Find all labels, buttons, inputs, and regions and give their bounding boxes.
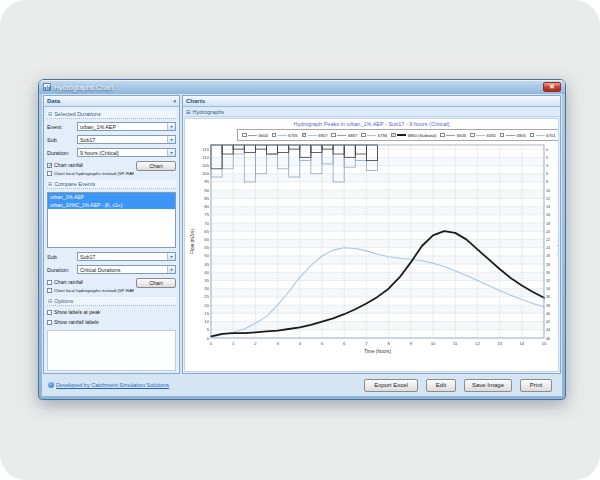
dropdown-arrow-icon[interactable]: ▾ xyxy=(167,253,175,260)
y2-axis-tick: 16 xyxy=(546,213,550,217)
compare-chart-rainfall-row[interactable]: Chart rainfall xyxy=(47,279,134,285)
dropdown-arrow-icon[interactable]: ▾ xyxy=(167,136,175,143)
rainfall-subtotal-bar xyxy=(300,145,311,157)
rainfall-subtotal-bar xyxy=(244,145,255,152)
compare-chart-button[interactable]: Chart xyxy=(136,278,176,288)
show-rainfall-labels-label: Show rainfall labels xyxy=(54,319,99,325)
show-rainfall-labels-row[interactable]: Show rainfall labels xyxy=(47,319,176,325)
x-axis-tick: 8 xyxy=(387,341,390,346)
compare-event-item[interactable]: urban_10%C_1% AEP - (K, c1+) xyxy=(48,201,175,209)
duration-label: Duration: xyxy=(47,150,75,156)
collapse-icon[interactable]: ⊟ xyxy=(186,109,191,115)
sub-select[interactable]: Sub17 ▾ xyxy=(77,135,176,144)
legend-checkbox[interactable] xyxy=(530,133,535,138)
charts-panel-header[interactable]: Charts xyxy=(183,96,560,107)
collapse-icon[interactable]: ⊟ xyxy=(48,298,52,304)
legend-label: 6907 xyxy=(318,133,327,138)
show-labels-at-peak-label: Show labels at peak xyxy=(54,309,100,315)
legend-checkbox[interactable] xyxy=(361,133,366,138)
y2-axis-tick: 32 xyxy=(546,279,550,283)
y-axis-tick: 115 xyxy=(202,147,209,152)
legend-checkbox[interactable] xyxy=(302,133,307,138)
compare-duration-select[interactable]: Critical Durations ▾ xyxy=(77,265,176,274)
show-labels-at-peak-row[interactable]: Show labels at peak xyxy=(47,309,176,315)
duration-select[interactable]: 9 hours (Critical) ▾ xyxy=(77,148,176,157)
compare-duration-label: Duration: xyxy=(47,267,75,273)
y2-axis-tick: 44 xyxy=(546,328,550,332)
legend-label: 6905 xyxy=(516,133,525,138)
sub-row: Sub Sub17 ▾ xyxy=(47,135,176,144)
chart-legend: 660467056907686767946860 (Subtotal)65056… xyxy=(237,129,559,141)
legend-item: 6505 xyxy=(440,133,466,138)
chevron-down-icon[interactable]: ▾ xyxy=(173,98,176,104)
legend-line-sample xyxy=(337,135,346,136)
selected-durations-group-header[interactable]: ⊟ Selected Durations xyxy=(47,110,176,119)
show-rainfall-labels-checkbox[interactable] xyxy=(47,320,52,325)
compare-event-item[interactable]: urban_1% AEP xyxy=(48,193,175,201)
window-titlebar[interactable]: Hydrographs Chart ✕ xyxy=(39,80,565,94)
close-button[interactable]: ✕ xyxy=(543,82,561,92)
collapse-icon[interactable]: ⊟ xyxy=(48,111,52,117)
legend-checkbox[interactable] xyxy=(242,133,247,138)
y-axis-tick: 100 xyxy=(202,171,210,176)
compare-events-listbox[interactable]: urban_1% AEPurban_10%C_1% AEP - (K, c1+) xyxy=(47,192,176,248)
y2-axis-label: Rainfall (mm) xyxy=(557,227,559,256)
dropdown-arrow-icon[interactable]: ▾ xyxy=(167,123,175,130)
edit-button[interactable]: Edit xyxy=(426,379,456,392)
chart-rainfall-checkbox-row[interactable]: Chart rainfall xyxy=(47,162,134,168)
compare-sub-select[interactable]: Sub17 ▾ xyxy=(77,252,176,261)
dropdown-arrow-icon[interactable]: ▾ xyxy=(167,149,175,156)
x-axis-tick: 5 xyxy=(321,341,324,346)
chart-rainfall-checkbox[interactable] xyxy=(47,163,52,168)
legend-checkbox[interactable] xyxy=(331,133,336,138)
footer-buttons: Export ExcelEditSave ImagePrint xyxy=(364,379,552,392)
plot-band xyxy=(211,272,544,280)
export-excel-button[interactable]: Export Excel xyxy=(364,379,418,392)
y-axis-tick: 0 xyxy=(207,336,210,341)
x-axis-tick: 12 xyxy=(475,341,480,346)
collapse-icon[interactable]: ⊟ xyxy=(48,181,52,187)
x-axis-tick: 2 xyxy=(254,341,257,346)
event-row: Event: urban_1% AEP ▾ xyxy=(47,122,176,131)
chart-local-checkbox-row[interactable]: Chart local hydrographs instead (SP-RAFT… xyxy=(47,170,134,176)
legend-checkbox[interactable] xyxy=(272,133,277,138)
footer-bar: Developed by Catchment Simulation Soluti… xyxy=(42,374,562,396)
y2-axis-tick: 8 xyxy=(546,180,548,184)
rainfall-subtotal-bar xyxy=(278,145,289,152)
legend-checkbox[interactable] xyxy=(440,133,445,138)
y-axis-label: Flow (m3/s) xyxy=(190,229,195,254)
rainfall-subtotal-bar xyxy=(289,145,300,149)
charts-panel: Charts ⊟ Hydrographs Hydrograph Peaks in… xyxy=(182,95,561,374)
legend-checkbox[interactable] xyxy=(470,133,475,138)
data-panel-header[interactable]: Data ▾ xyxy=(44,96,179,107)
chart-button[interactable]: Chart xyxy=(136,161,176,171)
event-select[interactable]: urban_1% AEP ▾ xyxy=(77,122,176,131)
sub-label: Sub xyxy=(47,137,75,143)
options-group-header[interactable]: ⊟ Options xyxy=(47,297,176,306)
water-drop-icon xyxy=(48,382,54,388)
plot-band xyxy=(211,289,544,297)
print-button[interactable]: Print xyxy=(520,379,552,392)
legend-checkbox[interactable] xyxy=(500,133,505,138)
show-labels-at-peak-checkbox[interactable] xyxy=(47,310,52,315)
y2-axis-tick: 0 xyxy=(546,148,548,152)
legend-checkbox[interactable] xyxy=(391,133,396,138)
legend-item: 6705 xyxy=(272,133,298,138)
legend-label: 6701 xyxy=(546,133,555,138)
compare-events-group-header[interactable]: ⊟ Compare Events xyxy=(47,180,176,189)
compare-chart-local-checkbox[interactable] xyxy=(47,288,52,293)
hydrographs-group-bar[interactable]: ⊟ Hydrographs xyxy=(183,107,560,117)
plot-band xyxy=(211,322,544,330)
chart-local-checkbox[interactable] xyxy=(47,171,52,176)
save-image-button[interactable]: Save Image xyxy=(464,379,512,392)
x-axis-tick: 9 xyxy=(410,341,413,346)
y-axis-tick: 60 xyxy=(204,237,209,242)
y-axis-tick: 85 xyxy=(204,196,209,201)
dropdown-arrow-icon[interactable]: ▾ xyxy=(167,266,175,273)
legend-line-sample xyxy=(506,135,515,136)
compare-chart-local-row[interactable]: Chart local hydrographs instead (SP-RAFT… xyxy=(47,287,134,293)
compare-chart-rainfall-checkbox[interactable] xyxy=(47,280,52,285)
credit-link[interactable]: Developed by Catchment Simulation Soluti… xyxy=(48,382,169,388)
x-axis-label: Time (hours) xyxy=(364,349,391,354)
legend-label: 6604 xyxy=(259,133,268,138)
